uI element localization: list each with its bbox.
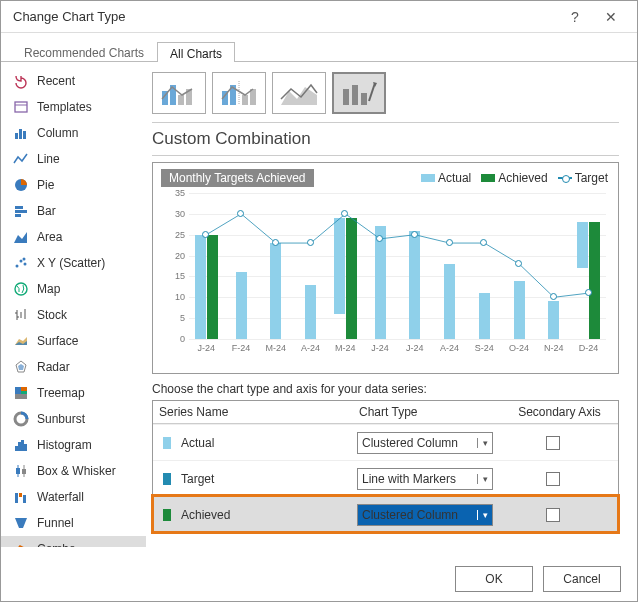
main-panel: Custom Combination Monthly Targets Achie… — [146, 62, 637, 547]
sidebar-item-sunburst[interactable]: Sunburst — [1, 406, 146, 432]
stock-icon — [13, 307, 29, 323]
close-button[interactable]: ✕ — [593, 9, 629, 25]
help-button[interactable]: ? — [557, 9, 593, 25]
line-icon — [13, 151, 29, 167]
legend-target: Target — [575, 171, 608, 185]
header-secondary-axis: Secondary Axis — [501, 401, 618, 423]
sidebar-item-label: Combo — [37, 542, 76, 547]
sidebar-item-waterfall[interactable]: Waterfall — [1, 484, 146, 510]
combo-subtype-thumbs — [152, 72, 619, 114]
window-title: Change Chart Type — [13, 9, 557, 24]
sidebar-item-box-whisker[interactable]: Box & Whisker — [1, 458, 146, 484]
svg-rect-39 — [23, 495, 26, 503]
svg-rect-26 — [21, 391, 27, 394]
secondary-axis-checkbox[interactable] — [546, 508, 560, 522]
templates-icon — [13, 99, 29, 115]
svg-rect-34 — [16, 468, 20, 474]
combo-thumb-3[interactable] — [272, 72, 326, 114]
svg-rect-56 — [361, 93, 367, 105]
sidebar-item-label: X Y (Scatter) — [37, 256, 105, 270]
cancel-button[interactable]: Cancel — [543, 566, 621, 592]
svg-rect-24 — [15, 387, 21, 394]
sidebar-item-recent[interactable]: Recent — [1, 68, 146, 94]
combo-thumb-4[interactable] — [332, 72, 386, 114]
series-swatch — [163, 473, 171, 485]
sidebar-item-label: Line — [37, 152, 60, 166]
series-table: Series Name Chart Type Secondary Axis Ac… — [152, 400, 619, 533]
sidebar-item-label: Waterfall — [37, 490, 84, 504]
chart-category-list: RecentTemplatesColumnLinePieBarAreaX Y (… — [1, 62, 146, 547]
secondary-axis-checkbox[interactable] — [546, 436, 560, 450]
combo-thumb-1[interactable] — [152, 72, 206, 114]
svg-point-14 — [15, 283, 27, 295]
chevron-down-icon: ▾ — [477, 474, 488, 484]
series-name-label: Achieved — [181, 508, 357, 522]
series-name-label: Actual — [181, 436, 357, 450]
funnel-icon — [13, 515, 29, 531]
sidebar-item-stock[interactable]: Stock — [1, 302, 146, 328]
section-title: Custom Combination — [152, 122, 619, 156]
dialog-footer: OK Cancel — [1, 555, 637, 601]
svg-marker-23 — [18, 364, 24, 370]
sidebar-item-label: Stock — [37, 308, 67, 322]
svg-rect-6 — [15, 206, 23, 209]
recent-icon — [13, 73, 29, 89]
chart-type-dropdown[interactable]: Line with Markers▾ — [357, 468, 493, 490]
sidebar-item-line[interactable]: Line — [1, 146, 146, 172]
sidebar-item-surface[interactable]: Surface — [1, 328, 146, 354]
svg-rect-4 — [23, 131, 26, 139]
svg-rect-32 — [24, 444, 27, 451]
sidebar-item-bar[interactable]: Bar — [1, 198, 146, 224]
sidebar-item-label: Pie — [37, 178, 54, 192]
sidebar-item-area[interactable]: Area — [1, 224, 146, 250]
svg-rect-29 — [15, 446, 18, 451]
series-table-header: Series Name Chart Type Secondary Axis — [153, 401, 618, 424]
sidebar-item-map[interactable]: Map — [1, 276, 146, 302]
svg-rect-25 — [21, 387, 27, 391]
series-row-achieved[interactable]: AchievedClustered Column▾ — [153, 496, 618, 532]
chevron-down-icon: ▾ — [477, 438, 488, 448]
sidebar-item-label: Histogram — [37, 438, 92, 452]
sidebar-item-label: Box & Whisker — [37, 464, 116, 478]
sidebar-item-label: Recent — [37, 74, 75, 88]
radar-icon — [13, 359, 29, 375]
svg-rect-55 — [352, 85, 358, 105]
svg-rect-38 — [19, 493, 22, 497]
chart-type-dropdown[interactable]: Clustered Column▾ — [357, 504, 493, 526]
sidebar-item-column[interactable]: Column — [1, 120, 146, 146]
box-whisker-icon — [13, 463, 29, 479]
legend-actual: Actual — [438, 171, 471, 185]
titlebar: Change Chart Type ? ✕ — [1, 1, 637, 33]
sidebar-item-combo[interactable]: Combo — [1, 536, 146, 547]
svg-rect-51 — [242, 95, 248, 105]
ok-button[interactable]: OK — [455, 566, 533, 592]
series-row-target[interactable]: TargetLine with Markers▾ — [153, 460, 618, 496]
waterfall-icon — [13, 489, 29, 505]
chart-preview[interactable]: Monthly Targets Achieved Actual Achieved… — [152, 162, 619, 374]
series-swatch — [163, 509, 171, 521]
secondary-axis-checkbox[interactable] — [546, 472, 560, 486]
sidebar-item-radar[interactable]: Radar — [1, 354, 146, 380]
sidebar-item-label: Radar — [37, 360, 70, 374]
combo-thumb-2[interactable] — [212, 72, 266, 114]
sidebar-item-label: Map — [37, 282, 60, 296]
sidebar-item-label: Column — [37, 126, 78, 140]
sidebar-item-histogram[interactable]: Histogram — [1, 432, 146, 458]
treemap-icon — [13, 385, 29, 401]
svg-rect-31 — [21, 440, 24, 451]
header-chart-type: Chart Type — [353, 401, 501, 423]
sidebar-item-templates[interactable]: Templates — [1, 94, 146, 120]
sidebar-item-label: Funnel — [37, 516, 74, 530]
sidebar-item-pie[interactable]: Pie — [1, 172, 146, 198]
chart-type-dropdown[interactable]: Clustered Column▾ — [357, 432, 493, 454]
series-row-actual[interactable]: ActualClustered Column▾ — [153, 424, 618, 460]
sidebar-item-treemap[interactable]: Treemap — [1, 380, 146, 406]
series-instruction: Choose the chart type and axis for your … — [152, 382, 619, 396]
svg-rect-30 — [18, 442, 21, 451]
sidebar-item-x-y-scatter-[interactable]: X Y (Scatter) — [1, 250, 146, 276]
tab-recommended[interactable]: Recommended Charts — [11, 41, 157, 61]
sidebar-item-funnel[interactable]: Funnel — [1, 510, 146, 536]
combo-icon — [13, 541, 29, 547]
area-icon — [13, 229, 29, 245]
tab-all[interactable]: All Charts — [157, 42, 235, 62]
